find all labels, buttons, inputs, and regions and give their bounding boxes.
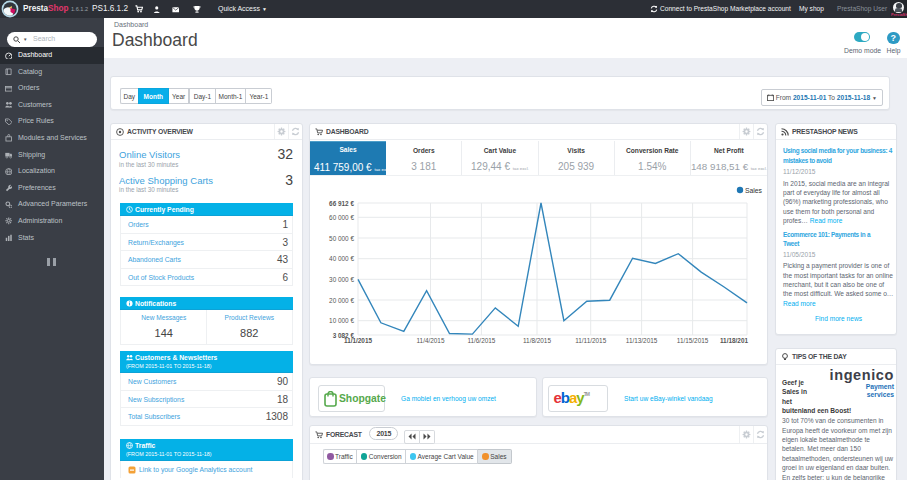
svg-text:40 000 €: 40 000 €: [329, 255, 354, 262]
svg-text:66 912 €: 66 912 €: [329, 200, 354, 207]
svg-text:11/11/2015: 11/11/2015: [575, 337, 606, 344]
svg-text:11/4/2015: 11/4/2015: [417, 337, 445, 344]
svg-text:60 000 €: 60 000 €: [329, 214, 354, 221]
svg-text:20 000 €: 20 000 €: [329, 297, 354, 304]
svg-text:10 000 €: 10 000 €: [329, 317, 354, 324]
svg-text:11/6/2015: 11/6/2015: [467, 337, 495, 344]
svg-text:11/1/2015: 11/1/2015: [344, 337, 373, 344]
svg-text:11/8/2015: 11/8/2015: [523, 337, 551, 344]
svg-text:11/15/2015: 11/15/2015: [677, 337, 709, 344]
svg-text:11/18/201: 11/18/201: [720, 337, 749, 344]
svg-text:30 000 €: 30 000 €: [329, 276, 354, 283]
svg-text:Sales: Sales: [745, 187, 763, 194]
svg-text:50 000 €: 50 000 €: [329, 235, 354, 242]
svg-text:11/13/2015: 11/13/2015: [626, 337, 658, 344]
